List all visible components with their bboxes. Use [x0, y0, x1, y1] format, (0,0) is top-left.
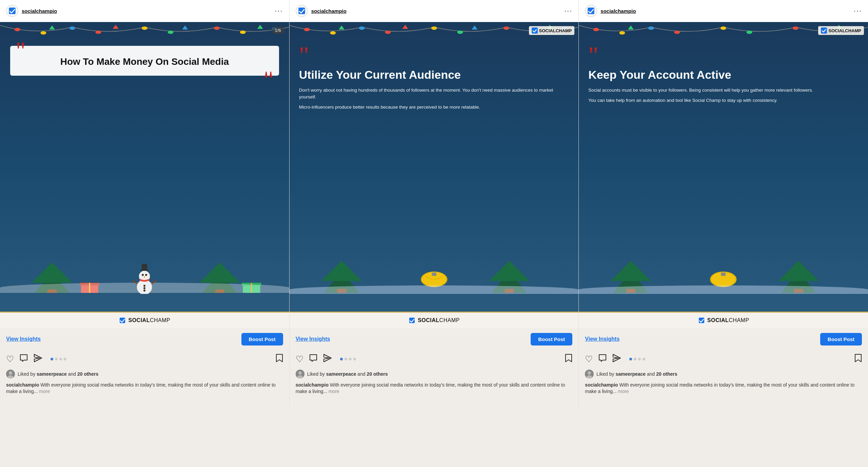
- svg-marker-10: [182, 25, 188, 30]
- svg-rect-95: [721, 273, 726, 276]
- post-image-body-3: Social accounts must be visible to your …: [588, 87, 859, 104]
- svg-point-8: [142, 26, 147, 30]
- avatar-1: [6, 5, 18, 17]
- bookmark-icon-2[interactable]: [565, 354, 572, 365]
- svg-marker-92: [778, 261, 819, 281]
- carousel-dots-3: [629, 358, 645, 360]
- svg-rect-67: [432, 273, 436, 276]
- username-3[interactable]: socialchampio: [600, 8, 853, 14]
- post-footer-logo-1: SOCIALCHAMP: [0, 312, 289, 328]
- caption-more-3[interactable]: more: [618, 389, 629, 394]
- svg-point-54: [457, 31, 463, 34]
- username-1[interactable]: socialchampio: [22, 8, 275, 14]
- heart-icon-2[interactable]: ♡: [296, 354, 303, 365]
- svg-point-3: [40, 31, 46, 35]
- svg-marker-49: [339, 25, 344, 30]
- liked-by-2: Liked by sameerpeace and 20 others: [290, 368, 579, 381]
- liker-avatar-1: [6, 370, 15, 378]
- logo-text-2: SOCIALCHAMP: [418, 317, 460, 323]
- bookmark-icon-1[interactable]: [276, 354, 283, 365]
- post-header-1: socialchampio ···: [0, 0, 289, 22]
- action-bar-2: View Insights Boost Post: [290, 328, 579, 350]
- liked-text-3: Liked by sameerpeace and 20 others: [596, 371, 677, 377]
- svg-rect-68: [532, 27, 538, 34]
- svg-marker-64: [489, 261, 529, 281]
- svg-rect-1: [9, 7, 16, 14]
- liker-avatar-3: [585, 370, 594, 378]
- caption-1: socialchampio With everyone joining soci…: [0, 381, 289, 400]
- svg-marker-19: [199, 262, 240, 283]
- interaction-left-3: ♡: [585, 354, 645, 365]
- liked-by-3: Liked by sameerpeace and 20 others: [579, 368, 868, 381]
- username-2[interactable]: socialchampio: [311, 8, 564, 14]
- avatar-3: [585, 5, 597, 17]
- liker-avatar-2: [296, 370, 304, 378]
- post-footer-logo-3: SOCIALCHAMP: [579, 312, 868, 328]
- svg-point-9: [168, 31, 174, 34]
- boost-post-btn-2[interactable]: Boost Post: [531, 333, 572, 345]
- in-image-logo-2: SOCIALCHAMP: [529, 26, 575, 35]
- action-bar-3: View Insights Boost Post: [579, 328, 868, 350]
- carousel-dots-1: [51, 358, 66, 360]
- post-image-body-2: Don't worry about not having hundreds of…: [299, 87, 569, 111]
- post-footer-logo-2: SOCIALCHAMP: [290, 312, 579, 328]
- send-icon-3[interactable]: [612, 354, 621, 365]
- view-insights-3[interactable]: View Insights: [585, 336, 619, 342]
- quote-mark-2: ": [299, 46, 569, 66]
- svg-point-73: [298, 371, 302, 375]
- caption-more-2[interactable]: more: [329, 389, 339, 394]
- svg-point-12: [240, 31, 246, 34]
- view-insights-2[interactable]: View Insights: [296, 336, 330, 342]
- in-image-logo-3: SOCIALCHAMP: [818, 26, 864, 35]
- comment-icon-1[interactable]: [19, 354, 28, 365]
- comment-icon-3[interactable]: [598, 354, 607, 365]
- options-dots-3[interactable]: ···: [854, 6, 862, 15]
- interaction-bar-2: ♡: [290, 350, 579, 368]
- svg-point-5: [70, 26, 75, 30]
- interaction-left-2: ♡: [296, 354, 356, 365]
- post-image-3: SOCIALCHAMP " Keep Your Account Active S…: [579, 22, 868, 328]
- heart-icon-3[interactable]: ♡: [585, 354, 593, 365]
- boost-post-btn-1[interactable]: Boost Post: [241, 333, 283, 345]
- heart-icon-1[interactable]: ♡: [6, 354, 14, 365]
- quote-mark-3: ": [588, 46, 859, 66]
- view-insights-1[interactable]: View Insights: [6, 336, 41, 342]
- svg-marker-99: [613, 354, 620, 362]
- posts-feed: socialchampio ···: [0, 0, 868, 407]
- svg-point-53: [431, 26, 437, 30]
- send-icon-1[interactable]: [34, 354, 42, 365]
- interaction-left-1: ♡: [6, 354, 66, 365]
- boost-post-btn-3[interactable]: Boost Post: [820, 333, 862, 345]
- svg-line-36: [152, 280, 156, 284]
- svg-marker-4: [49, 25, 55, 30]
- svg-point-11: [214, 26, 220, 30]
- logo-text-1: SOCIALCHAMP: [128, 317, 170, 323]
- bookmark-icon-3[interactable]: [854, 354, 862, 365]
- options-dots-1[interactable]: ···: [275, 6, 283, 15]
- interaction-bar-3: ♡: [579, 350, 868, 368]
- interaction-bar-1: ♡: [0, 350, 289, 368]
- svg-point-30: [145, 274, 147, 276]
- svg-point-78: [619, 31, 625, 35]
- post-card-1: socialchampio ···: [0, 0, 290, 407]
- caption-2: socialchampio With everyone joining soci…: [290, 381, 579, 400]
- svg-point-34: [143, 289, 145, 292]
- svg-marker-61: [321, 261, 361, 281]
- options-dots-2[interactable]: ···: [564, 6, 572, 15]
- caption-3: socialchampio With everyone joining soci…: [579, 381, 868, 400]
- svg-marker-71: [324, 354, 331, 362]
- post-image-title-3: Keep Your Account Active: [588, 68, 859, 81]
- action-bar-1: View Insights Boost Post: [0, 328, 289, 350]
- logo-text-3: SOCIALCHAMP: [707, 317, 749, 323]
- quote-mark-open-1: ": [16, 38, 25, 63]
- comment-icon-2[interactable]: [309, 354, 318, 365]
- svg-point-101: [588, 371, 591, 375]
- liked-by-1: Liked by sameerpeace and 20 others: [0, 368, 289, 381]
- caption-more-1[interactable]: more: [39, 389, 50, 394]
- send-icon-2[interactable]: [323, 354, 332, 365]
- svg-marker-16: [32, 262, 72, 283]
- svg-marker-13: [257, 25, 263, 29]
- svg-rect-96: [821, 27, 827, 34]
- post-image-2: SOCIALCHAMP " Utilize Your Current Audie…: [290, 22, 579, 328]
- svg-marker-41: [34, 354, 42, 362]
